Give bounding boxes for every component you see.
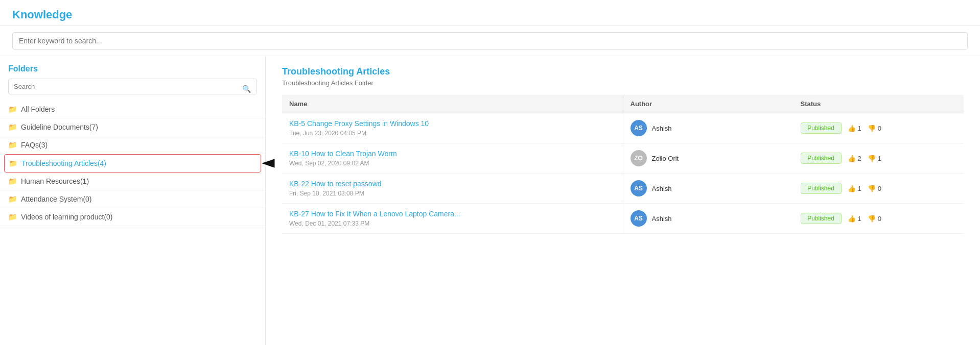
table-row: KB-22 How to reset passowdFri, Sep 10, 2…: [282, 174, 964, 204]
avatar: AS: [631, 180, 647, 196]
folder-item-guideline[interactable]: 📁Guideline Documents(7): [0, 118, 265, 136]
article-name[interactable]: KB-5 Change Proxy Settings in Windows 10: [289, 119, 616, 128]
folder-label: All Folders: [21, 105, 55, 113]
thumbs-up[interactable]: 👍 2: [848, 155, 861, 162]
article-date: Wed, Sep 02, 2020 09:02 AM: [289, 160, 369, 167]
folder-search-input[interactable]: [8, 79, 257, 94]
thumbs-down[interactable]: 👎 0: [868, 215, 881, 223]
author-name: Ashish: [652, 125, 672, 132]
article-name[interactable]: KB-22 How to reset passowd: [289, 180, 616, 188]
author-name: Zoilo Orit: [652, 155, 679, 162]
folder-label: Attendance System(0): [21, 195, 92, 203]
thumbs-down[interactable]: 👎 0: [868, 185, 881, 192]
folder-label: Human Resources(1): [21, 177, 89, 185]
author-name: Ashish: [652, 185, 672, 192]
articles-title: Troubleshooting Articles: [282, 66, 964, 77]
thumbs-down[interactable]: 👎 1: [868, 155, 881, 162]
col-author: Author: [623, 95, 794, 113]
avatar: ZO: [631, 150, 647, 166]
thumbs-up[interactable]: 👍 1: [848, 185, 861, 192]
article-date: Fri, Sep 10, 2021 03:08 PM: [289, 190, 364, 197]
article-date: Tue, Jun 23, 2020 04:05 PM: [289, 130, 366, 137]
status-badge: Published: [801, 153, 842, 164]
col-status: Status: [794, 95, 964, 113]
folder-item-videos[interactable]: 📁Videos of learning product(0): [0, 208, 265, 226]
folder-label: Videos of learning product(0): [21, 213, 113, 221]
table-row: KB-27 How to Fix It When a Lenovo Laptop…: [282, 204, 964, 234]
status-badge: Published: [801, 122, 842, 134]
author-name: Ashish: [652, 215, 672, 223]
articles-panel: Troubleshooting Articles Troubleshooting…: [266, 56, 980, 345]
folder-icon: 📁: [8, 123, 17, 131]
thumbs-up[interactable]: 👍 1: [848, 215, 861, 223]
folders-section-title: Folders: [0, 64, 265, 79]
folder-item-hr[interactable]: 📁Human Resources(1): [0, 172, 265, 190]
status-badge: Published: [801, 213, 842, 224]
folder-item-all[interactable]: 📁All Folders: [0, 101, 265, 118]
article-name[interactable]: KB-27 How to Fix It When a Lenovo Laptop…: [289, 210, 616, 218]
folder-icon: 📁: [8, 195, 17, 203]
folder-label: FAQs(3): [21, 141, 48, 149]
folder-item-faqs[interactable]: 📁FAQs(3): [0, 136, 265, 154]
avatar: AS: [631, 210, 647, 227]
folder-search-icon: 🔍: [242, 85, 251, 93]
folder-icon: 📁: [8, 141, 17, 149]
avatar: AS: [631, 120, 647, 136]
folder-item-troubleshooting[interactable]: 📁Troubleshooting Articles(4): [4, 154, 261, 172]
table-row: KB-5 Change Proxy Settings in Windows 10…: [282, 113, 964, 143]
folder-item-attendance[interactable]: 📁Attendance System(0): [0, 190, 265, 208]
table-row: KB-10 How to Clean Trojan WormWed, Sep 0…: [282, 143, 964, 174]
sidebar: Folders 🔍 📁All Folders📁Guideline Documen…: [0, 56, 266, 345]
thumbs-down[interactable]: 👎 0: [868, 125, 881, 132]
folder-list: 📁All Folders📁Guideline Documents(7)📁FAQs…: [0, 101, 265, 226]
global-search-input[interactable]: [12, 32, 968, 50]
page-title: Knowledge: [12, 8, 968, 21]
thumbs-up[interactable]: 👍 1: [848, 125, 861, 132]
folder-icon: 📁: [8, 213, 17, 221]
folder-label: Troubleshooting Articles(4): [21, 159, 106, 167]
folder-icon: 📁: [9, 159, 17, 167]
folder-icon: 📁: [8, 177, 17, 185]
articles-table: Name Author Status KB-5 Change Proxy Set…: [282, 95, 964, 234]
col-name: Name: [282, 95, 623, 113]
articles-subtitle: Troubleshooting Articles Folder: [282, 79, 964, 87]
status-badge: Published: [801, 183, 842, 194]
article-date: Wed, Dec 01, 2021 07:33 PM: [289, 220, 369, 227]
article-name[interactable]: KB-10 How to Clean Trojan Worm: [289, 150, 616, 158]
folder-icon: 📁: [8, 105, 17, 113]
folder-label: Guideline Documents(7): [21, 123, 98, 131]
